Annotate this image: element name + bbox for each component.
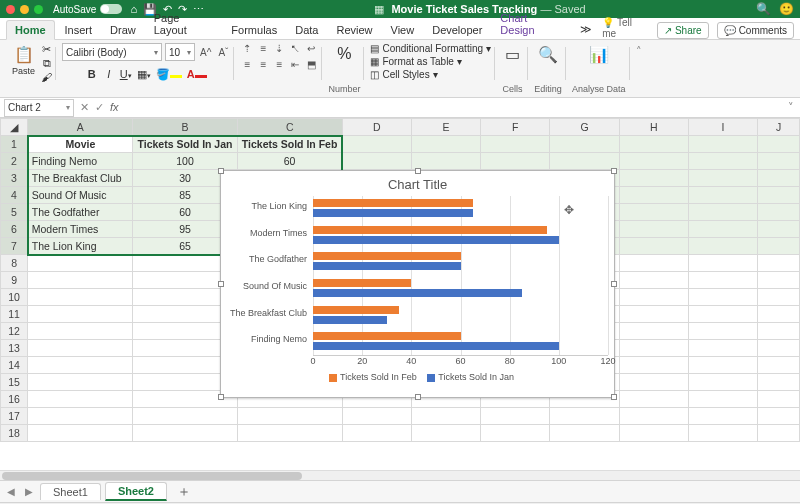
row-header[interactable]: 16 — [1, 391, 28, 408]
resize-handle[interactable] — [415, 394, 421, 400]
merge-cells-icon[interactable]: ⬒ — [304, 59, 318, 73]
cells-button[interactable]: ▭ — [501, 43, 524, 66]
resize-handle[interactable] — [611, 281, 617, 287]
cell[interactable]: Tickets Sold In Jan — [133, 136, 238, 153]
tell-me-search[interactable]: 💡 Tell me — [602, 17, 647, 39]
cell[interactable]: The Godfather — [28, 204, 133, 221]
increase-font-icon[interactable]: A^ — [198, 47, 213, 58]
row-header[interactable]: 3 — [1, 170, 28, 187]
wrap-text-icon[interactable]: ↩ — [304, 43, 318, 57]
paste-button[interactable]: 📋Paste — [8, 43, 39, 78]
autosave-toggle[interactable]: AutoSave — [53, 4, 122, 15]
tab-chart-design[interactable]: Chart Design — [492, 9, 570, 39]
row-header[interactable]: 5 — [1, 204, 28, 221]
row-header[interactable]: 12 — [1, 323, 28, 340]
cell-styles-button[interactable]: ◫Cell Styles ▾ — [370, 69, 437, 80]
col-header-I[interactable]: I — [688, 119, 757, 136]
row-header[interactable]: 9 — [1, 272, 28, 289]
col-header-B[interactable]: B — [133, 119, 238, 136]
resize-handle[interactable] — [611, 394, 617, 400]
tab-draw[interactable]: Draw — [102, 21, 144, 39]
row-header[interactable]: 1 — [1, 136, 28, 153]
format-painter-icon[interactable]: 🖌 — [41, 71, 52, 83]
align-right-icon[interactable]: ≡ — [272, 59, 286, 73]
align-top-icon[interactable]: ⇡ — [240, 43, 254, 57]
cell[interactable]: The Breakfast Club — [28, 170, 133, 187]
name-box[interactable]: Chart 2▾ — [4, 99, 74, 117]
row-header[interactable]: 15 — [1, 374, 28, 391]
collapse-ribbon-icon[interactable]: ˄ — [632, 43, 646, 60]
tab-nav-first-icon[interactable]: ◀ — [4, 486, 18, 497]
italic-button[interactable]: I — [103, 68, 115, 80]
add-sheet-button[interactable]: ＋ — [171, 483, 197, 501]
row-header[interactable]: 8 — [1, 255, 28, 272]
cell[interactable]: 100 — [133, 153, 238, 170]
align-left-icon[interactable]: ≡ — [240, 59, 254, 73]
tab-overflow-icon[interactable]: ≫ — [572, 20, 600, 39]
tab-page-layout[interactable]: Page Layout — [146, 9, 222, 39]
underline-button[interactable]: U▾ — [120, 68, 132, 80]
font-color-button[interactable]: A — [187, 68, 207, 80]
cell[interactable]: 60 — [237, 153, 342, 170]
col-header-J[interactable]: J — [758, 119, 800, 136]
cell[interactable]: Sound Of Music — [28, 187, 133, 204]
tab-formulas[interactable]: Formulas — [223, 21, 285, 39]
resize-handle[interactable] — [218, 281, 224, 287]
col-header-H[interactable]: H — [619, 119, 688, 136]
analyse-data-button[interactable]: 📊 — [585, 43, 613, 66]
sheet-tab-sheet2[interactable]: Sheet2 — [105, 482, 167, 501]
bold-button[interactable]: B — [86, 68, 98, 80]
cell[interactable]: The Lion King — [28, 238, 133, 255]
worksheet-area[interactable]: ◢ A B C D E F G H I J 1 Movie Tickets So… — [0, 118, 800, 480]
resize-handle[interactable] — [218, 168, 224, 174]
chart-title[interactable]: Chart Title — [221, 171, 614, 194]
search-title-icon[interactable]: 🔍 — [756, 2, 771, 16]
decrease-font-icon[interactable]: Aˇ — [216, 47, 230, 58]
formula-input[interactable] — [125, 98, 782, 117]
tab-nav-last-icon[interactable]: ▶ — [22, 486, 36, 497]
col-header-C[interactable]: C — [237, 119, 342, 136]
tab-home[interactable]: Home — [6, 20, 55, 40]
sheet-tab-sheet1[interactable]: Sheet1 — [40, 483, 101, 500]
tab-view[interactable]: View — [383, 21, 423, 39]
row-header[interactable]: 2 — [1, 153, 28, 170]
account-icon[interactable]: 🙂 — [779, 2, 794, 16]
col-header-A[interactable]: A — [28, 119, 133, 136]
orientation-icon[interactable]: ⭦ — [288, 43, 302, 57]
cut-icon[interactable]: ✂ — [42, 43, 51, 56]
border-button[interactable]: ▦▾ — [137, 68, 151, 81]
fill-color-button[interactable]: 🪣 — [156, 68, 182, 81]
number-format-button[interactable]: % — [333, 43, 355, 65]
cancel-edit-icon[interactable]: ✕ — [80, 101, 89, 114]
row-header[interactable]: 4 — [1, 187, 28, 204]
chart-legend[interactable]: Tickets Sold In Feb Tickets Sold In Jan — [221, 370, 614, 384]
tab-data[interactable]: Data — [287, 21, 326, 39]
share-button[interactable]: ↗ Share — [657, 22, 709, 39]
conditional-formatting-button[interactable]: ▤Conditional Formatting ▾ — [370, 43, 491, 54]
cell[interactable]: Modern Times — [28, 221, 133, 238]
home-qat-icon[interactable]: ⌂ — [130, 3, 137, 16]
row-header[interactable]: 13 — [1, 340, 28, 357]
close-window-button[interactable] — [6, 5, 15, 14]
font-name-select[interactable]: Calibri (Body) — [62, 43, 162, 61]
col-header-E[interactable]: E — [411, 119, 480, 136]
expand-formula-bar-icon[interactable]: ˅ — [782, 101, 800, 114]
copy-icon[interactable]: ⧉ — [43, 57, 51, 70]
insert-function-icon[interactable]: fx — [110, 101, 119, 114]
col-header-D[interactable]: D — [342, 119, 411, 136]
align-bottom-icon[interactable]: ⇣ — [272, 43, 286, 57]
row-header[interactable]: 6 — [1, 221, 28, 238]
format-as-table-button[interactable]: ▦Format as Table ▾ — [370, 56, 462, 67]
tab-review[interactable]: Review — [328, 21, 380, 39]
resize-handle[interactable] — [218, 394, 224, 400]
row-header[interactable]: 14 — [1, 357, 28, 374]
chart-plot-area[interactable]: The Lion KingModern TimesThe GodfatherSo… — [313, 196, 608, 356]
resize-handle[interactable] — [415, 168, 421, 174]
align-middle-icon[interactable]: ≡ — [256, 43, 270, 57]
tab-developer[interactable]: Developer — [424, 21, 490, 39]
cell[interactable]: Finding Nemo — [28, 153, 133, 170]
decrease-indent-icon[interactable]: ⇤ — [288, 59, 302, 73]
cell[interactable]: Tickets Sold In Feb — [237, 136, 342, 153]
fullscreen-window-button[interactable] — [34, 5, 43, 14]
col-header-F[interactable]: F — [481, 119, 550, 136]
